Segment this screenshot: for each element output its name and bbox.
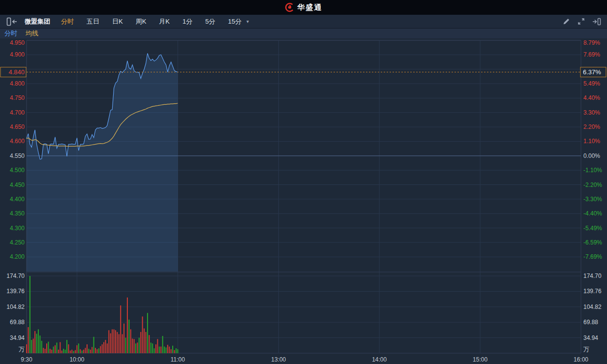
price-axis-label: 4.750: [10, 94, 25, 101]
volume-bar: [145, 332, 146, 353]
tab-15min[interactable]: 15分: [228, 17, 241, 26]
pct-axis-label: -5.49%: [583, 225, 602, 232]
huasheng-trading-app: { "topbar": { "app_name": "华盛通" }, "tool…: [0, 0, 607, 364]
edit-icon[interactable]: [563, 18, 570, 25]
fullscreen-icon[interactable]: [577, 18, 585, 25]
volume-bar: [53, 347, 54, 353]
price-axis-label: 4.300: [10, 225, 25, 232]
price-axis-label: 4.900: [10, 51, 25, 58]
tab-5min[interactable]: 5分: [205, 17, 215, 26]
volume-bar: [115, 330, 116, 353]
stock-name: 微盟集团: [25, 17, 50, 26]
volume-bar: [82, 351, 83, 353]
volume-bar: [95, 348, 96, 353]
volume-bar: [71, 350, 72, 353]
pct-axis-label: 4.40%: [583, 94, 600, 101]
volume-bar: [117, 332, 118, 353]
tab-fenshi[interactable]: 分时: [61, 17, 74, 26]
current-pct-value: 6.37%: [583, 68, 601, 76]
dock-right-icon[interactable]: [592, 18, 601, 26]
time-axis-label: 16:00: [574, 356, 588, 363]
volume-bar: [33, 338, 34, 353]
volume-bar: [120, 305, 121, 353]
volume-bar: [147, 313, 148, 353]
volume-bar: [65, 350, 66, 353]
time-axis-label: 11:00: [171, 356, 185, 363]
pct-axis-label: -4.40%: [583, 210, 602, 217]
volume-bar: [56, 342, 57, 353]
chevron-down-icon[interactable]: ▾: [246, 19, 249, 24]
volume-bar: [78, 343, 79, 353]
intraday-chart-area[interactable]: 4.9508.79%4.9007.69%4.8506.59%4.8005.49%…: [0, 38, 607, 364]
intraday-chart[interactable]: 4.9508.79%4.9007.69%4.8506.59%4.8005.49%…: [0, 38, 607, 364]
price-axis-label: 4.500: [10, 167, 25, 174]
volume-axis-label: 104.82: [583, 303, 602, 310]
pct-axis-label: 1.10%: [583, 138, 600, 145]
volume-bar: [174, 350, 175, 353]
volume-bar: [177, 349, 178, 353]
volume-bar: [130, 329, 131, 353]
pct-axis-label: 0.00%: [583, 152, 600, 159]
time-axis-label: 14:00: [372, 356, 387, 363]
volume-bar: [93, 337, 94, 353]
volume-bar: [75, 350, 76, 353]
volume-bar: [91, 347, 92, 353]
tab-1min[interactable]: 1分: [182, 17, 192, 26]
current-price-indicator: 4.8406.37%: [0, 67, 606, 77]
volume-bar: [119, 334, 120, 353]
current-price-value: 4.840: [8, 68, 25, 76]
volume-bars: [26, 276, 178, 353]
volume-bar: [169, 347, 170, 353]
volume-bar: [125, 338, 126, 353]
price-axis-label: 4.400: [10, 196, 25, 203]
volume-bar: [41, 341, 42, 353]
tab-monthly-k[interactable]: 月K: [159, 17, 170, 26]
price-axis-label: 4.350: [10, 210, 25, 217]
volume-bar: [123, 324, 124, 353]
volume-bar: [114, 329, 115, 353]
pct-axis-label: 8.79%: [583, 39, 600, 46]
price-axis-label: 4.800: [10, 80, 25, 87]
volume-bar: [176, 348, 177, 353]
tab-five-day[interactable]: 五日: [87, 17, 99, 26]
volume-bar: [96, 349, 97, 353]
volume-axis-label: 139.76: [6, 288, 25, 295]
volume-bar: [103, 342, 104, 353]
volume-bar: [88, 349, 89, 353]
volume-bar: [151, 342, 152, 353]
volume-bar: [55, 345, 56, 353]
collapse-left-icon[interactable]: [6, 17, 18, 27]
volume-bar: [159, 347, 160, 353]
pct-axis-label: -3.30%: [583, 196, 602, 203]
legend-item-avg-line[interactable]: 均线: [26, 29, 38, 38]
volume-bar: [28, 327, 29, 353]
volume-axis-label: 69.88: [583, 319, 598, 326]
volume-axis-label: 34.94: [583, 334, 598, 341]
time-axis-label: 10:00: [69, 356, 84, 363]
volume-axis-label: 174.70: [6, 273, 25, 279]
volume-bar: [80, 349, 81, 353]
pct-axis-label: 3.30%: [583, 109, 600, 116]
volume-bar: [26, 344, 27, 353]
volume-bar: [127, 298, 128, 353]
volume-bar: [36, 334, 37, 353]
tab-daily-k[interactable]: 日K: [112, 17, 123, 26]
price-axis-label: 4.200: [10, 253, 25, 260]
volume-bar: [38, 329, 39, 353]
volume-bar: [144, 329, 145, 353]
volume-bar: [105, 340, 106, 353]
volume-bar: [60, 342, 61, 353]
volume-bar: [46, 343, 47, 353]
volume-axis-label: 34.94: [10, 334, 25, 341]
volume-bar: [50, 349, 51, 353]
legend-item-price-line[interactable]: 分时: [4, 29, 17, 38]
pct-axis-label: 5.49%: [583, 80, 600, 87]
tab-weekly-k[interactable]: 周K: [136, 17, 147, 26]
volume-bar: [100, 346, 101, 353]
volume-bar: [172, 346, 173, 353]
volume-bar: [132, 338, 133, 353]
volume-bar: [45, 349, 46, 353]
volume-bar: [76, 345, 77, 353]
volume-bar: [58, 350, 59, 353]
volume-bar: [137, 342, 138, 353]
